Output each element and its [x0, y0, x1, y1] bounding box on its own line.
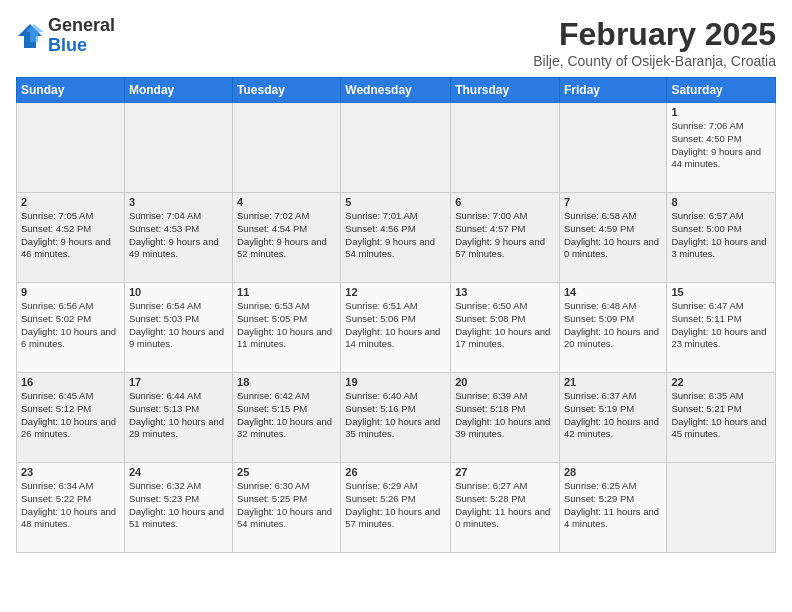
day-number: 18 — [237, 376, 336, 388]
calendar-cell: 10Sunrise: 6:54 AM Sunset: 5:03 PM Dayli… — [124, 283, 232, 373]
day-info: Sunrise: 6:25 AM Sunset: 5:29 PM Dayligh… — [564, 480, 662, 531]
calendar-cell: 25Sunrise: 6:30 AM Sunset: 5:25 PM Dayli… — [233, 463, 341, 553]
day-number: 27 — [455, 466, 555, 478]
day-number: 13 — [455, 286, 555, 298]
calendar-cell: 16Sunrise: 6:45 AM Sunset: 5:12 PM Dayli… — [17, 373, 125, 463]
day-info: Sunrise: 7:06 AM Sunset: 4:50 PM Dayligh… — [671, 120, 771, 171]
day-info: Sunrise: 6:56 AM Sunset: 5:02 PM Dayligh… — [21, 300, 120, 351]
day-info: Sunrise: 6:35 AM Sunset: 5:21 PM Dayligh… — [671, 390, 771, 441]
day-info: Sunrise: 6:32 AM Sunset: 5:23 PM Dayligh… — [129, 480, 228, 531]
calendar-cell — [559, 103, 666, 193]
day-info: Sunrise: 7:04 AM Sunset: 4:53 PM Dayligh… — [129, 210, 228, 261]
calendar-table: SundayMondayTuesdayWednesdayThursdayFrid… — [16, 77, 776, 553]
logo-general-text: General — [48, 15, 115, 35]
day-info: Sunrise: 6:53 AM Sunset: 5:05 PM Dayligh… — [237, 300, 336, 351]
calendar-cell: 12Sunrise: 6:51 AM Sunset: 5:06 PM Dayli… — [341, 283, 451, 373]
calendar-cell: 17Sunrise: 6:44 AM Sunset: 5:13 PM Dayli… — [124, 373, 232, 463]
calendar-cell: 18Sunrise: 6:42 AM Sunset: 5:15 PM Dayli… — [233, 373, 341, 463]
day-number: 11 — [237, 286, 336, 298]
weekday-header-wednesday: Wednesday — [341, 78, 451, 103]
day-number: 25 — [237, 466, 336, 478]
calendar-cell: 22Sunrise: 6:35 AM Sunset: 5:21 PM Dayli… — [667, 373, 776, 463]
day-info: Sunrise: 7:00 AM Sunset: 4:57 PM Dayligh… — [455, 210, 555, 261]
day-number: 17 — [129, 376, 228, 388]
day-info: Sunrise: 6:34 AM Sunset: 5:22 PM Dayligh… — [21, 480, 120, 531]
day-number: 20 — [455, 376, 555, 388]
day-info: Sunrise: 6:54 AM Sunset: 5:03 PM Dayligh… — [129, 300, 228, 351]
calendar-cell: 1Sunrise: 7:06 AM Sunset: 4:50 PM Daylig… — [667, 103, 776, 193]
calendar-cell: 5Sunrise: 7:01 AM Sunset: 4:56 PM Daylig… — [341, 193, 451, 283]
calendar-cell: 6Sunrise: 7:00 AM Sunset: 4:57 PM Daylig… — [451, 193, 560, 283]
day-number: 19 — [345, 376, 446, 388]
day-info: Sunrise: 6:57 AM Sunset: 5:00 PM Dayligh… — [671, 210, 771, 261]
calendar-week-3: 9Sunrise: 6:56 AM Sunset: 5:02 PM Daylig… — [17, 283, 776, 373]
calendar-cell: 13Sunrise: 6:50 AM Sunset: 5:08 PM Dayli… — [451, 283, 560, 373]
day-info: Sunrise: 6:51 AM Sunset: 5:06 PM Dayligh… — [345, 300, 446, 351]
day-info: Sunrise: 6:40 AM Sunset: 5:16 PM Dayligh… — [345, 390, 446, 441]
calendar-cell — [451, 103, 560, 193]
day-number: 21 — [564, 376, 662, 388]
calendar-cell: 19Sunrise: 6:40 AM Sunset: 5:16 PM Dayli… — [341, 373, 451, 463]
day-number: 5 — [345, 196, 446, 208]
day-info: Sunrise: 6:42 AM Sunset: 5:15 PM Dayligh… — [237, 390, 336, 441]
day-info: Sunrise: 6:29 AM Sunset: 5:26 PM Dayligh… — [345, 480, 446, 531]
calendar-cell: 23Sunrise: 6:34 AM Sunset: 5:22 PM Dayli… — [17, 463, 125, 553]
logo: General Blue — [16, 16, 115, 56]
location-text: Bilje, County of Osijek-Baranja, Croatia — [533, 53, 776, 69]
weekday-header-monday: Monday — [124, 78, 232, 103]
title-block: February 2025 Bilje, County of Osijek-Ba… — [533, 16, 776, 69]
calendar-cell: 3Sunrise: 7:04 AM Sunset: 4:53 PM Daylig… — [124, 193, 232, 283]
calendar-cell: 27Sunrise: 6:27 AM Sunset: 5:28 PM Dayli… — [451, 463, 560, 553]
day-info: Sunrise: 6:50 AM Sunset: 5:08 PM Dayligh… — [455, 300, 555, 351]
day-number: 1 — [671, 106, 771, 118]
weekday-header-sunday: Sunday — [17, 78, 125, 103]
calendar-cell: 11Sunrise: 6:53 AM Sunset: 5:05 PM Dayli… — [233, 283, 341, 373]
calendar-cell: 15Sunrise: 6:47 AM Sunset: 5:11 PM Dayli… — [667, 283, 776, 373]
weekday-header-saturday: Saturday — [667, 78, 776, 103]
calendar-cell — [17, 103, 125, 193]
weekday-header-row: SundayMondayTuesdayWednesdayThursdayFrid… — [17, 78, 776, 103]
day-number: 4 — [237, 196, 336, 208]
calendar-cell: 2Sunrise: 7:05 AM Sunset: 4:52 PM Daylig… — [17, 193, 125, 283]
day-number: 16 — [21, 376, 120, 388]
day-info: Sunrise: 7:02 AM Sunset: 4:54 PM Dayligh… — [237, 210, 336, 261]
logo-icon — [16, 22, 44, 50]
month-title: February 2025 — [533, 16, 776, 53]
day-number: 9 — [21, 286, 120, 298]
weekday-header-tuesday: Tuesday — [233, 78, 341, 103]
day-info: Sunrise: 6:45 AM Sunset: 5:12 PM Dayligh… — [21, 390, 120, 441]
day-info: Sunrise: 6:48 AM Sunset: 5:09 PM Dayligh… — [564, 300, 662, 351]
day-number: 7 — [564, 196, 662, 208]
day-number: 22 — [671, 376, 771, 388]
day-info: Sunrise: 7:05 AM Sunset: 4:52 PM Dayligh… — [21, 210, 120, 261]
day-number: 24 — [129, 466, 228, 478]
day-number: 10 — [129, 286, 228, 298]
calendar-cell: 8Sunrise: 6:57 AM Sunset: 5:00 PM Daylig… — [667, 193, 776, 283]
day-info: Sunrise: 7:01 AM Sunset: 4:56 PM Dayligh… — [345, 210, 446, 261]
calendar-week-4: 16Sunrise: 6:45 AM Sunset: 5:12 PM Dayli… — [17, 373, 776, 463]
calendar-cell: 21Sunrise: 6:37 AM Sunset: 5:19 PM Dayli… — [559, 373, 666, 463]
day-number: 14 — [564, 286, 662, 298]
day-number: 28 — [564, 466, 662, 478]
calendar-week-1: 1Sunrise: 7:06 AM Sunset: 4:50 PM Daylig… — [17, 103, 776, 193]
day-number: 12 — [345, 286, 446, 298]
day-number: 23 — [21, 466, 120, 478]
day-number: 26 — [345, 466, 446, 478]
day-number: 8 — [671, 196, 771, 208]
weekday-header-friday: Friday — [559, 78, 666, 103]
calendar-cell — [124, 103, 232, 193]
weekday-header-thursday: Thursday — [451, 78, 560, 103]
calendar-week-2: 2Sunrise: 7:05 AM Sunset: 4:52 PM Daylig… — [17, 193, 776, 283]
day-info: Sunrise: 6:58 AM Sunset: 4:59 PM Dayligh… — [564, 210, 662, 261]
calendar-cell: 9Sunrise: 6:56 AM Sunset: 5:02 PM Daylig… — [17, 283, 125, 373]
day-info: Sunrise: 6:27 AM Sunset: 5:28 PM Dayligh… — [455, 480, 555, 531]
calendar-week-5: 23Sunrise: 6:34 AM Sunset: 5:22 PM Dayli… — [17, 463, 776, 553]
day-number: 2 — [21, 196, 120, 208]
calendar-cell: 7Sunrise: 6:58 AM Sunset: 4:59 PM Daylig… — [559, 193, 666, 283]
calendar-cell: 26Sunrise: 6:29 AM Sunset: 5:26 PM Dayli… — [341, 463, 451, 553]
calendar-cell: 28Sunrise: 6:25 AM Sunset: 5:29 PM Dayli… — [559, 463, 666, 553]
calendar-cell — [667, 463, 776, 553]
calendar-cell — [233, 103, 341, 193]
day-number: 15 — [671, 286, 771, 298]
day-number: 3 — [129, 196, 228, 208]
